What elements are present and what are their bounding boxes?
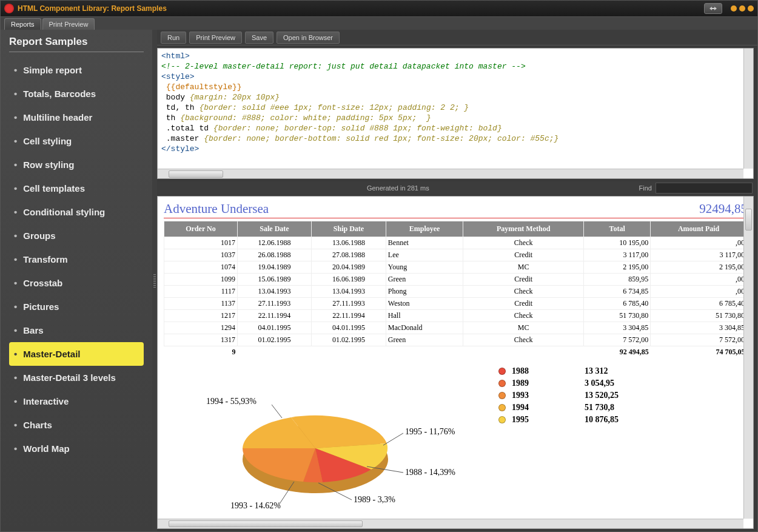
- col-payment-method: Payment Method: [463, 221, 584, 237]
- table-row: 109915.06.198916.06.1989GreenCredit859,9…: [164, 274, 747, 286]
- find-label: Find: [639, 184, 652, 192]
- find-input[interactable]: [656, 183, 753, 194]
- sidebar-item-pictures[interactable]: Pictures: [9, 295, 144, 318]
- col-sale-date: Sale Date: [237, 221, 311, 237]
- legend-color-dot: [498, 416, 506, 423]
- sidebar: Report Samples Simple reportTotals, Barc…: [1, 30, 152, 532]
- sidebar-item-simple-report[interactable]: Simple report: [9, 58, 144, 82]
- sidebar-item-charts[interactable]: Charts: [9, 413, 144, 437]
- sidebar-item-conditional-styling[interactable]: Conditional styling: [9, 200, 144, 224]
- maximize-icon[interactable]: [739, 5, 745, 12]
- sidebar-item-crosstab[interactable]: Crosstab: [9, 271, 144, 295]
- legend-item: 19893 054,95: [498, 379, 747, 388]
- sidebar-item-bars[interactable]: Bars: [9, 318, 144, 342]
- editor-horizontal-scrollbar[interactable]: [158, 169, 743, 178]
- report-preview: Adventure Undersea 92494,85 Order NoSale…: [157, 196, 754, 529]
- sidebar-item-master-detail[interactable]: Master-Detail: [9, 342, 144, 366]
- svg-line-2: [383, 433, 403, 445]
- open-browser-button[interactable]: Open in Browser: [277, 32, 340, 44]
- sidebar-item-groups[interactable]: Groups: [9, 224, 144, 247]
- legend-value: 51 730,8: [585, 403, 614, 412]
- legend-value: 10 876,85: [585, 415, 619, 425]
- chart-legend: 198813 31219893 054,95199313 520,2519945…: [498, 366, 747, 514]
- legend-year: 1989: [512, 379, 585, 388]
- table-row: 121722.11.199422.11.1994HallCheck51 730,…: [164, 310, 747, 322]
- totals-row: 992 494,8574 705,05: [164, 346, 747, 359]
- legend-item: 198813 312: [498, 366, 747, 376]
- table-row: 129404.01.199504.01.1995MacDonaldMC3 304…: [164, 322, 747, 334]
- preview-vertical-scrollbar[interactable]: [743, 197, 753, 519]
- sidebar-item-transform[interactable]: Transform: [9, 247, 144, 271]
- col-total: Total: [584, 221, 651, 237]
- print-preview-button[interactable]: Print Preview: [189, 32, 242, 44]
- legend-value: 3 054,95: [585, 379, 614, 388]
- legend-item: 199313 520,25: [498, 391, 747, 400]
- master-name: Adventure Undersea: [164, 201, 699, 217]
- detail-table: Order NoSale DateShip DateEmployeePaymen…: [164, 221, 747, 358]
- legend-color-dot: [498, 392, 506, 399]
- legend-value: 13 312: [585, 366, 608, 376]
- table-row: 111713.04.199313.04.1993PhongCheck6 734,…: [164, 286, 747, 298]
- legend-year: 1994: [512, 403, 585, 412]
- minimize-icon[interactable]: [731, 5, 737, 12]
- table-row: 107419.04.198920.04.1989YoungMC2 195,002…: [164, 261, 747, 274]
- code-editor[interactable]: <html> <!-- 2-level master-detail report…: [157, 48, 754, 179]
- svg-line-1: [272, 405, 282, 418]
- pie-chart: [164, 366, 467, 512]
- col-employee: Employee: [386, 221, 463, 237]
- editor-vertical-scrollbar[interactable]: [743, 49, 753, 169]
- master-total: 92494,85: [699, 201, 747, 217]
- title-bar: HTML Component Library: Report Samples: [1, 1, 757, 16]
- table-row: 101712.06.198813.06.1988BennetCheck10 19…: [164, 237, 747, 249]
- sidebar-item-cell-templates[interactable]: Cell templates: [9, 177, 144, 200]
- run-button[interactable]: Run: [161, 32, 186, 44]
- tab-print-preview[interactable]: Print Preview: [42, 18, 95, 30]
- table-row: 113727.11.199327.11.1993WestonCredit6 78…: [164, 298, 747, 310]
- pie-label-1989: 1989 - 3,3%: [354, 495, 395, 505]
- legend-color-dot: [498, 368, 506, 375]
- status-bar: Generated in 281 ms Find: [157, 181, 754, 195]
- toggle-button[interactable]: [704, 3, 722, 14]
- table-row: 103726.08.198827.08.1988LeeCredit3 117,0…: [164, 249, 747, 261]
- pie-label-1995: 1995 - 11,76%: [405, 427, 455, 437]
- sidebar-item-row-styling[interactable]: Row styling: [9, 153, 144, 177]
- sidebar-item-master-detail-3-levels[interactable]: Master-Detail 3 levels: [9, 366, 144, 389]
- sidebar-item-cell-styling[interactable]: Cell styling: [9, 129, 144, 153]
- legend-color-dot: [498, 404, 506, 411]
- app-icon: [4, 4, 14, 13]
- sidebar-item-multiline-header[interactable]: Multiline header: [9, 106, 144, 129]
- preview-horizontal-scrollbar[interactable]: [158, 519, 743, 528]
- close-icon[interactable]: [748, 5, 754, 12]
- sidebar-title: Report Samples: [9, 36, 144, 52]
- save-button[interactable]: Save: [245, 32, 273, 44]
- pie-label-1994: 1994 - 55,93%: [206, 397, 257, 406]
- vertical-splitter[interactable]: [152, 30, 157, 532]
- legend-value: 13 520,25: [585, 391, 619, 400]
- legend-color-dot: [498, 380, 506, 387]
- sidebar-item-world-map[interactable]: World Map: [9, 437, 144, 460]
- legend-year: 1993: [512, 391, 585, 400]
- legend-year: 1988: [512, 366, 585, 376]
- legend-item: 199451 730,8: [498, 403, 747, 412]
- col-ship-date: Ship Date: [312, 221, 386, 237]
- pie-label-1988: 1988 - 14,39%: [405, 468, 455, 477]
- generated-status: Generated in 281 ms: [157, 184, 639, 192]
- col-order-no: Order No: [164, 221, 238, 237]
- master-row: Adventure Undersea 92494,85: [164, 201, 747, 218]
- window-title: HTML Component Library: Report Samples: [18, 4, 167, 13]
- arrow-lr-icon: [709, 5, 717, 12]
- editor-toolbar: Run Print Preview Save Open in Browser: [157, 30, 757, 45]
- col-amount-paid: Amount Paid: [651, 221, 747, 237]
- legend-item: 199510 876,85: [498, 415, 747, 425]
- main-tabs: Reports Print Preview: [1, 16, 757, 30]
- legend-year: 1995: [512, 415, 585, 425]
- sidebar-item-interactive[interactable]: Interactive: [9, 389, 144, 413]
- tab-reports[interactable]: Reports: [4, 18, 41, 30]
- sidebar-item-totals-barcodes[interactable]: Totals, Barcodes: [9, 82, 144, 106]
- table-row: 131701.02.199501.02.1995GreenCheck7 572,…: [164, 334, 747, 346]
